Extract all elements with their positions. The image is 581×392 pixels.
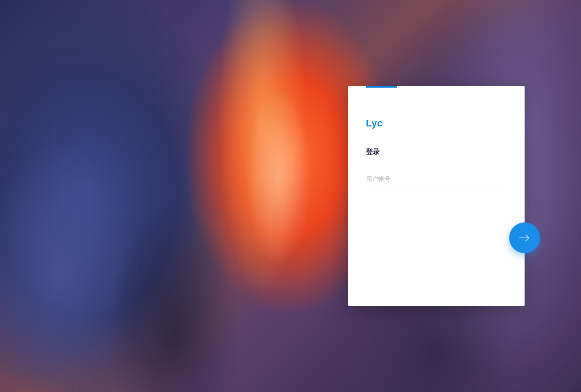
login-card: Lyc 登录 bbox=[348, 86, 525, 306]
username-field-wrap bbox=[366, 172, 507, 186]
accent-bar bbox=[366, 86, 397, 88]
brand-title: Lyc bbox=[366, 118, 383, 129]
submit-button[interactable] bbox=[509, 222, 540, 253]
login-title: 登录 bbox=[366, 148, 380, 157]
username-input[interactable] bbox=[366, 172, 507, 186]
arrow-right-icon bbox=[518, 231, 532, 245]
